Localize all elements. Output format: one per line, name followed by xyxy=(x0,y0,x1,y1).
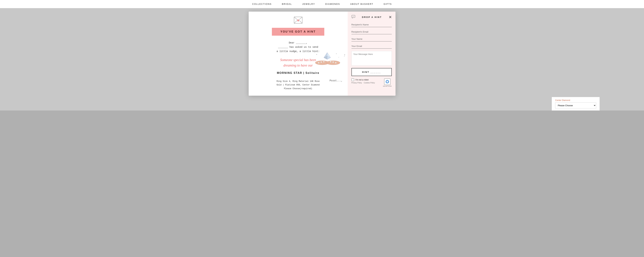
your-email-field xyxy=(352,44,392,49)
envelope-icon xyxy=(294,17,302,25)
letter-body: Dear _______, _______ has asked us to se… xyxy=(276,41,320,54)
svg-point-11 xyxy=(335,62,336,63)
nav-bridal[interactable]: BRIDAL xyxy=(282,3,292,5)
you-got-hint-banner: YOU'VE GOT A HINT xyxy=(272,28,324,36)
ring-details: Ring Size 4, Ring Material 14K Rose Gold… xyxy=(276,80,320,91)
ring-detail-line3: Please Choose(required) xyxy=(276,87,320,91)
recipient-email-field xyxy=(352,29,392,34)
modal-overlay: YOU'VE GOT A HINT Dear _______, _______ … xyxy=(0,8,644,110)
message-area xyxy=(352,51,392,66)
nav-jewelry[interactable]: JEWELRY xyxy=(302,3,315,5)
close-button[interactable]: ✕ xyxy=(389,15,392,19)
cursive-line1: Someone special has been xyxy=(280,57,316,63)
nav-about-bashert[interactable]: ABOUT BASHERT xyxy=(350,3,373,5)
recaptcha-logo: reCAPTCHA xyxy=(383,78,392,87)
letter-cursive: Someone special has been dreaming to hav… xyxy=(280,57,316,68)
svg-text:✦: ✦ xyxy=(336,53,337,55)
captcha-links: Privacy Policy Cookies Policy xyxy=(352,82,375,84)
cursive-line2: dreaming to have our xyxy=(280,63,316,68)
not-a-robot-checkbox[interactable] xyxy=(352,78,354,81)
recaptcha-label: reCAPTCHA xyxy=(383,85,392,87)
svg-text:✦: ✦ xyxy=(338,57,339,58)
hint-modal: YOU'VE GOT A HINT Dear _______, _______ … xyxy=(249,11,396,96)
svg-point-10 xyxy=(332,61,334,63)
svg-text:✦: ✦ xyxy=(316,53,317,55)
navigation: COLLECTIONS BRIDAL JEWELRY DIAMONDS ABOU… xyxy=(0,0,644,8)
privacy-policy-link[interactable]: Privacy Policy xyxy=(352,82,362,84)
cookies-policy-link[interactable]: Cookies Policy xyxy=(364,82,375,84)
svg-point-6 xyxy=(318,62,319,63)
recipient-email-input[interactable] xyxy=(352,29,392,34)
bottom-panel: Center Diamond Please Choose xyxy=(552,97,600,110)
svg-point-3 xyxy=(297,20,299,21)
svg-point-22 xyxy=(353,16,353,16)
hint-button[interactable]: HINT ______ xyxy=(352,68,392,76)
svg-point-21 xyxy=(352,16,353,16)
svg-point-23 xyxy=(354,16,354,16)
recaptcha-icon xyxy=(384,78,390,85)
modal-right-panel: DROP A HINT ✕ xyxy=(348,11,396,96)
share-icon[interactable]: ⤴ xyxy=(344,54,345,57)
letter-line3: a little nudge, a little hint: xyxy=(276,49,320,53)
modal-left-panel: YOU'VE GOT A HINT Dear _______, _______ … xyxy=(249,11,348,96)
pssst-text: Pssst..., xyxy=(330,79,342,82)
center-diamond-label: Center Diamond xyxy=(555,99,596,101)
svg-point-8 xyxy=(323,61,324,62)
captcha-checkbox-row: I'm not a robot xyxy=(352,78,375,81)
letter-line2: _______ has asked us to send xyxy=(276,45,320,49)
nav-collections[interactable]: COLLECTIONS xyxy=(252,3,272,5)
nav-gifts[interactable]: GIFTS xyxy=(384,3,392,5)
drop-hint-title: DROP A HINT xyxy=(355,16,389,18)
captcha-left: I'm not a robot Privacy Policy Cookies P… xyxy=(352,78,375,84)
your-email-input[interactable] xyxy=(352,44,392,49)
captcha-area: I'm not a robot Privacy Policy Cookies P… xyxy=(352,78,392,87)
drop-hint-header: DROP A HINT ✕ xyxy=(352,15,392,19)
recipient-name-field xyxy=(352,22,392,27)
ring-svg: ✦ ✦ ✦ xyxy=(314,49,341,73)
captcha-label: I'm not a robot xyxy=(356,79,368,81)
letter-line1: Dear _______, xyxy=(276,41,320,45)
nav-diamonds[interactable]: DIAMONDS xyxy=(325,3,340,5)
page-background: YOU'VE GOT A HINT Dear _______, _______ … xyxy=(0,8,644,110)
svg-point-9 xyxy=(330,61,331,62)
svg-point-7 xyxy=(320,61,322,63)
message-textarea[interactable] xyxy=(353,53,390,63)
your-name-field xyxy=(352,37,392,41)
recipient-name-input[interactable] xyxy=(352,22,392,27)
your-name-input[interactable] xyxy=(352,37,392,41)
ring-detail-line2: Gold | Platinum 950, Center Diamond xyxy=(276,83,320,87)
ring-detail-line1: Ring Size 4, Ring Material 14K Rose xyxy=(276,80,320,83)
please-choose-select[interactable]: Please Choose xyxy=(555,102,596,108)
ring-image-container: ✦ ✦ ✦ xyxy=(314,49,342,75)
chat-icon xyxy=(352,15,355,19)
product-name: MORNING STAR | Solitaire xyxy=(277,71,319,74)
